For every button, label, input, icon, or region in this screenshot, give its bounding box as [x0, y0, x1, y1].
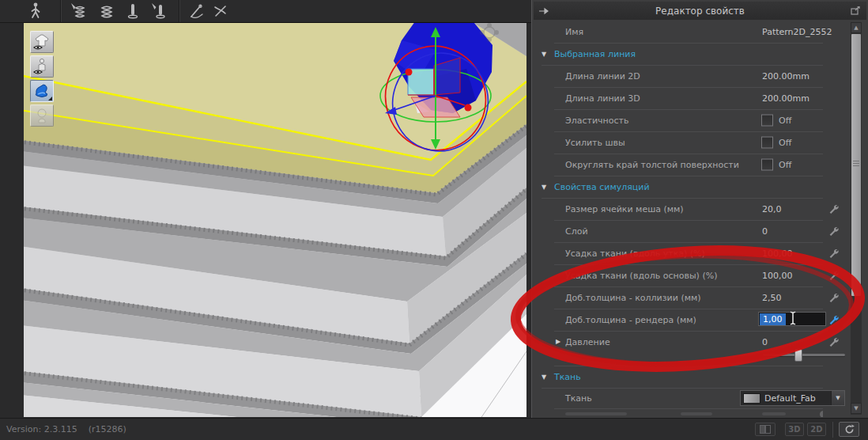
toggle-avatar-visibility-button[interactable]: [30, 55, 54, 78]
collapse-triangle-icon[interactable]: ▼: [542, 184, 546, 191]
thickness-render-input[interactable]: 1,00: [758, 312, 826, 326]
round-edge-checkbox[interactable]: [761, 159, 773, 171]
property-row-pressure: ▶ Давление 0: [554, 331, 823, 366]
scrollbar-down-icon[interactable]: ▼: [851, 403, 862, 414]
field-label: Размер ячейки меша (мм): [565, 204, 684, 214]
wrench-icon[interactable]: [828, 203, 839, 214]
top-toolbar: [0, 0, 531, 23]
pin-icon[interactable]: [123, 1, 143, 21]
wrench-icon[interactable]: [828, 270, 839, 281]
property-row-elasticity: Эластичность Off: [554, 109, 823, 132]
version-label: Version: 2.3.115 (r15286): [6, 424, 126, 434]
expand-triangle-icon[interactable]: ▶: [556, 338, 560, 345]
field-value[interactable]: 0: [762, 337, 768, 347]
section-label: Свойства симуляций: [554, 182, 650, 192]
blue-fabric-icon: [36, 85, 47, 97]
collapse-triangle-icon[interactable]: ▼: [542, 374, 546, 381]
pressure-slider[interactable]: [763, 354, 845, 356]
split-pane-icon: [760, 425, 771, 434]
needle-thread-icon[interactable]: [187, 1, 207, 21]
field-label: Округлять край толстой поверхности: [565, 160, 739, 170]
scene-canvas: [24, 23, 526, 417]
property-row-fabric: Ткань Default_Fab ▼: [554, 388, 823, 409]
collapse-triangle-icon[interactable]: ▼: [542, 51, 546, 58]
cloth-display-mode-button[interactable]: [30, 80, 54, 102]
toggle-garment-visibility-button[interactable]: [30, 31, 54, 53]
property-row-round-thick-edge: Округлять край толстой поверхности Off: [554, 154, 823, 176]
checkbox-state-label: Off: [779, 116, 791, 126]
wrench-icon[interactable]: [828, 336, 839, 347]
clipped-row: [554, 410, 823, 417]
wrench-icon[interactable]: [828, 226, 839, 237]
field-label: Усилить швы: [565, 138, 625, 148]
flyout-indicator: [48, 97, 52, 101]
section-label: Выбранная линия: [554, 49, 636, 59]
reinforce-seams-checkbox[interactable]: [761, 137, 773, 149]
dropdown-arrow-icon[interactable]: ▼: [831, 391, 844, 405]
eye-icon: [34, 70, 42, 74]
section-label: Ткань: [554, 372, 581, 382]
field-value[interactable]: 100,00: [762, 271, 793, 281]
property-row-shrink-weft: Усадка ткани (вдоль утка) (%) 100,00: [554, 242, 823, 265]
select-pin-icon[interactable]: [149, 1, 169, 21]
sewing-dart-icon[interactable]: [210, 1, 231, 21]
head-display-mode-button[interactable]: [30, 104, 54, 127]
property-row-mesh-size: Размер ячейки меша (мм) 20,0: [554, 198, 823, 221]
field-value[interactable]: 100,00: [762, 248, 793, 259]
property-row-name: Имя Pattern2D_2552: [554, 21, 823, 44]
fabric-dropdown-value: Default_Fab: [764, 393, 831, 404]
elasticity-checkbox[interactable]: [761, 115, 773, 127]
dock-arrow-icon[interactable]: [538, 7, 549, 15]
statusbar-separator: [832, 422, 833, 438]
pressure-slider-thumb[interactable]: [794, 349, 802, 362]
wrench-icon-active[interactable]: [828, 314, 839, 325]
fabric-swatch-icon: [743, 393, 760, 404]
field-value[interactable]: 200.00mm: [762, 93, 810, 104]
field-label: Слой: [565, 226, 588, 237]
field-label: Доб.толщина - коллизии (мм): [565, 293, 701, 303]
field-label: Давление: [565, 337, 610, 347]
selected-input-text: 1,00: [760, 313, 786, 325]
field-label: Имя: [565, 27, 583, 37]
property-row-shrink-warp: Усадка ткани (вдоль основы) (%) 100,00: [554, 264, 823, 287]
field-value[interactable]: 2,50: [762, 293, 782, 303]
section-selected-line[interactable]: ▼ Выбранная линия: [542, 43, 823, 66]
property-row-thickness-render: Доб.толщина - рендера (мм) 1,00: [554, 309, 823, 332]
refresh-icon: [844, 424, 855, 434]
3d-viewport[interactable]: [24, 22, 526, 417]
fabric-dropdown[interactable]: Default_Fab ▼: [740, 390, 845, 406]
mannequin-icon: [39, 59, 45, 70]
walk-avatar-icon[interactable]: [25, 1, 46, 21]
field-value[interactable]: 200.00mm: [762, 71, 810, 82]
split-view-button[interactable]: [755, 423, 776, 436]
view-3d-button[interactable]: 3D: [785, 423, 804, 436]
sync-view-button[interactable]: [839, 422, 859, 437]
eye-icon: [34, 46, 42, 49]
undock-window-icon[interactable]: [851, 6, 860, 15]
panel-title: Редактор свойств: [655, 6, 745, 17]
field-label: Ткань: [565, 393, 592, 404]
field-label: Длина линии 3D: [565, 93, 640, 104]
scrollbar-thumb[interactable]: [851, 34, 861, 296]
select-fabric-layers-icon[interactable]: [68, 1, 89, 21]
checkbox-state-label: Off: [779, 138, 791, 148]
checkbox-state-label: Off: [779, 160, 791, 170]
field-value[interactable]: 20,0: [762, 204, 782, 214]
property-row-thickness-collision: Доб.толщина - коллизии (мм) 2,50: [554, 286, 823, 309]
application-window: { "colors": { "accent_cyan": "#3aa3cf", …: [0, 0, 868, 440]
property-row-reinforce-seams: Усилить швы Off: [554, 131, 823, 154]
status-bar: Version: 2.3.115 (r15286) 3D 2D: [0, 418, 868, 440]
field-label: Эластичность: [565, 116, 628, 126]
panel-title-bar[interactable]: Редактор свойств: [534, 2, 866, 20]
field-value[interactable]: 0: [762, 226, 768, 237]
fabric-layers-icon[interactable]: [96, 1, 117, 21]
wrench-icon[interactable]: [828, 248, 839, 259]
field-value[interactable]: Pattern2D_2552: [762, 27, 832, 37]
section-simulation-properties[interactable]: ▼ Свойства симуляций: [542, 176, 823, 199]
property-row-line-length-3d: Длина линии 3D 200.00mm: [554, 87, 823, 110]
view-2d-button[interactable]: 2D: [807, 423, 826, 436]
section-fabric[interactable]: ▼ Ткань: [542, 366, 823, 389]
scrollbar-up-icon[interactable]: ▲: [851, 22, 862, 33]
property-row-line-length-2d: Длина линии 2D 200.00mm: [554, 65, 823, 88]
wrench-icon[interactable]: [828, 292, 839, 303]
